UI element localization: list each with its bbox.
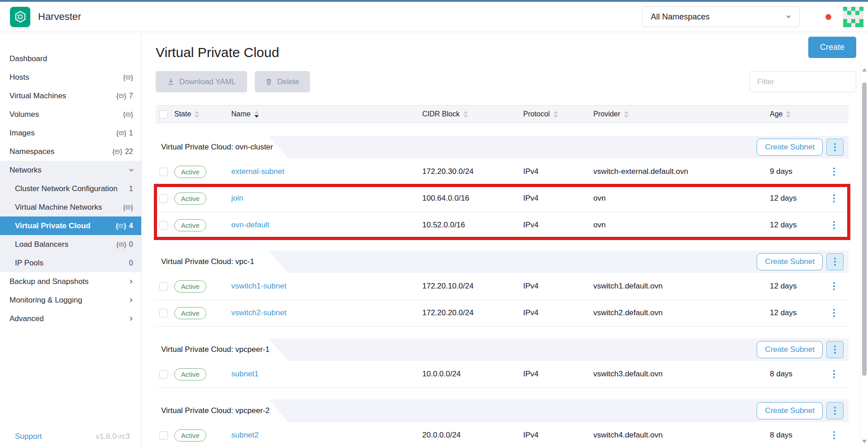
- sidebar-item-load-balancers[interactable]: Load Balancers 0: [0, 235, 141, 254]
- column-label: Provider: [593, 110, 620, 118]
- sidebar-item-virtual-machines[interactable]: Virtual Machines 7: [0, 87, 141, 105]
- sidebar-item-networks[interactable]: Networks: [0, 161, 141, 179]
- group-menu-button[interactable]: [826, 253, 844, 270]
- row-checkbox[interactable]: [159, 168, 168, 176]
- vpc-group-rows: Active vswitch1-subnet 172.20.10.0/24 IP…: [156, 273, 849, 327]
- cidr-value: 20.0.0.0/24: [422, 431, 461, 439]
- subnet-name-link[interactable]: subnet1: [231, 370, 259, 378]
- sidebar-item-backup-and-snapshots[interactable]: Backup and Snapshots: [0, 272, 141, 291]
- row-menu-button[interactable]: [828, 368, 840, 380]
- row-menu-button[interactable]: [828, 192, 840, 205]
- sidebar-item-images[interactable]: Images 1: [0, 124, 141, 142]
- vpc-group-tab: Virtual Private Cloud: vpcpeer-2: [156, 399, 288, 422]
- cidr-value: 172.20.10.0/24: [422, 282, 473, 290]
- avatar-cell: [855, 7, 859, 11]
- sidebar-item-label: Virtual Machine Networks: [15, 203, 102, 212]
- scrollbar-up-arrow[interactable]: [862, 68, 867, 72]
- table-row-join: Active join 100.64.0.0/16 IPv4 ovn 12 da…: [156, 185, 849, 212]
- avatar-cell: [847, 23, 851, 27]
- column-header-state[interactable]: State: [174, 110, 231, 118]
- subnet-name-link[interactable]: vswitch2-subnet: [231, 308, 286, 317]
- provider-value: ovn: [593, 194, 606, 202]
- subnet-name-link[interactable]: subnet2: [231, 431, 259, 439]
- row-menu-button[interactable]: [828, 429, 840, 442]
- sidebar-item-label: Virtual Machines: [10, 91, 66, 101]
- scrollbar-thumb[interactable]: [862, 82, 867, 376]
- delete-label: Delete: [277, 77, 299, 87]
- create-subnet-button[interactable]: Create Subnet: [757, 402, 823, 419]
- sidebar-item-ip-pools[interactable]: IP Pools 0: [0, 254, 141, 272]
- column-header-age[interactable]: Age: [770, 110, 820, 118]
- sidebar-item-namespaces[interactable]: Namespaces 22: [0, 142, 141, 161]
- scrollbar-down-arrow[interactable]: [862, 440, 867, 443]
- row-checkbox[interactable]: [159, 431, 168, 440]
- sort-carets-icon: [254, 111, 259, 118]
- group-menu-button[interactable]: [826, 139, 844, 156]
- sidebar-item-meta: 1: [129, 185, 133, 193]
- protocol-value: IPv4: [523, 308, 539, 317]
- sidebar-group-label: Networks: [10, 166, 42, 175]
- sidebar-item-virtual-private-cloud[interactable]: Virtual Private Cloud 4: [0, 216, 141, 235]
- create-subnet-button[interactable]: Create Subnet: [757, 341, 823, 358]
- row-checkbox[interactable]: [159, 309, 168, 317]
- sidebar-item-hosts[interactable]: Hosts: [0, 68, 141, 87]
- subnet-name-link[interactable]: join: [231, 194, 243, 202]
- avatar-cell: [843, 15, 847, 19]
- row-menu-button[interactable]: [828, 280, 840, 293]
- sidebar-item-advanced[interactable]: Advanced: [0, 309, 141, 328]
- version-label: v1.6.0-rc3: [95, 432, 130, 441]
- sidebar-main-nav: Dashboard Hosts Virtual Machines 7 Volum…: [0, 49, 141, 161]
- avatar-cell: [859, 19, 863, 23]
- cidr-value: 172.20.20.0/24: [422, 308, 473, 317]
- cidr-value: 100.64.0.0/16: [422, 194, 469, 202]
- row-menu-button[interactable]: [828, 165, 840, 178]
- namespace-selector[interactable]: All Namespaces: [642, 6, 800, 27]
- group-menu-button[interactable]: [826, 402, 844, 419]
- row-checkbox[interactable]: [159, 221, 168, 230]
- select-all-checkbox[interactable]: [159, 110, 168, 119]
- create-subnet-button[interactable]: Create Subnet: [757, 253, 823, 270]
- age-value: 9 days: [770, 167, 792, 176]
- table-row-external-subnet: Active external-subnet 172.20.30.0/24 IP…: [156, 159, 849, 185]
- column-header-cidr-block[interactable]: CIDR Block: [422, 110, 523, 118]
- column-header-protocol[interactable]: Protocol: [523, 110, 593, 118]
- group-menu-button[interactable]: [826, 341, 844, 358]
- sidebar-item-meta: [123, 111, 133, 118]
- support-link[interactable]: Support: [15, 432, 42, 441]
- table-row-ovn-default: Active ovn-default 10.52.0.0/16 IPv4 ovn…: [156, 212, 849, 239]
- download-yaml-button[interactable]: Download YAML: [156, 71, 247, 92]
- create-subnet-button[interactable]: Create Subnet: [757, 139, 823, 156]
- column-header-name[interactable]: Name: [231, 110, 422, 118]
- vertical-scrollbar[interactable]: [860, 64, 868, 447]
- sidebar-item-volumes[interactable]: Volumes: [0, 105, 141, 124]
- filter-input[interactable]: [749, 71, 856, 92]
- column-header-provider[interactable]: Provider: [593, 110, 770, 118]
- sidebar-item-virtual-machine-networks[interactable]: Virtual Machine Networks: [0, 198, 141, 216]
- row-checkbox[interactable]: [159, 370, 168, 379]
- vpc-group-actions: Create Subnet: [757, 341, 844, 358]
- row-menu-button[interactable]: [828, 219, 840, 231]
- row-checkbox[interactable]: [159, 194, 168, 203]
- table-row-subnet1: Active subnet1 10.0.0.0/24 IPv4 vswitch3…: [156, 361, 849, 388]
- row-menu-button[interactable]: [828, 307, 840, 319]
- sidebar-item-label: Volumes: [10, 110, 39, 119]
- subnet-name-link[interactable]: ovn-default: [231, 221, 269, 229]
- vpc-group-tab: Virtual Private Cloud: vpcpeer-1: [156, 338, 288, 361]
- row-checkbox[interactable]: [159, 282, 168, 291]
- protocol-value: IPv4: [523, 431, 539, 439]
- sidebar-item-dashboard[interactable]: Dashboard: [0, 49, 141, 68]
- vpc-group-title: Virtual Private Cloud: vpcpeer-2: [161, 406, 270, 415]
- subnet-name-link[interactable]: vswitch1-subnet: [231, 282, 286, 290]
- sidebar-item-meta: 0: [129, 259, 133, 267]
- sidebar-item-cluster-network-configuration[interactable]: Cluster Network Configuration 1: [0, 179, 141, 198]
- provider-value: vswitch3.default.ovn: [593, 370, 663, 378]
- sidebar-item-monitoring-logging[interactable]: Monitoring & Logging: [0, 291, 141, 309]
- delete-button[interactable]: Delete: [255, 71, 310, 92]
- user-avatar[interactable]: [843, 7, 863, 27]
- subnet-name-link[interactable]: external-subnet: [231, 167, 284, 176]
- vpc-group-tab: Virtual Private Cloud: vpc-1: [156, 250, 288, 273]
- notification-dot[interactable]: [825, 14, 831, 20]
- harvester-logo-icon: [14, 10, 27, 24]
- chevron-right-icon: [129, 277, 133, 286]
- create-button[interactable]: Create: [808, 37, 856, 58]
